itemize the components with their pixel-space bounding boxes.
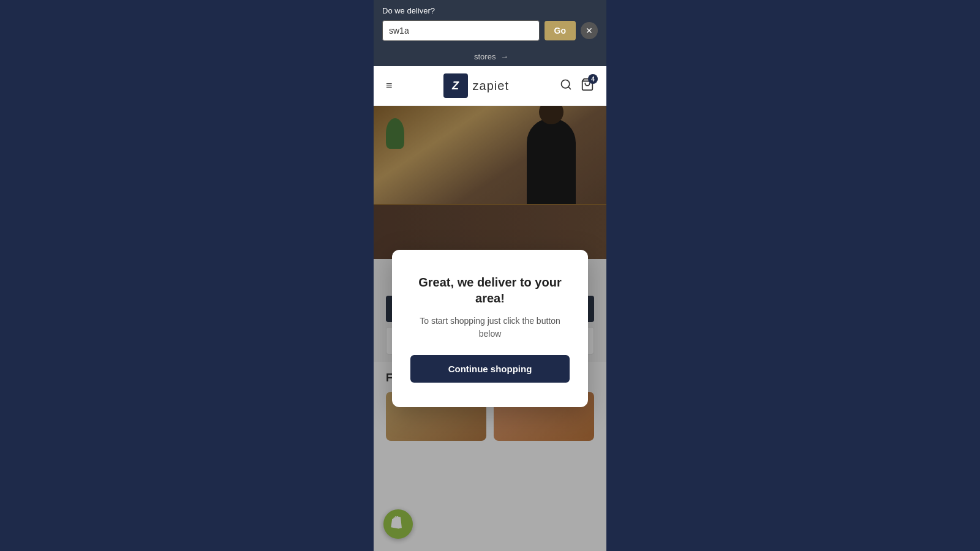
svg-line-1 (568, 86, 571, 89)
modal-title: Great, we deliver to your area! (410, 274, 570, 306)
modal-overlay: Great, we deliver to your area! To start… (374, 106, 606, 551)
close-banner-button[interactable]: ✕ (581, 22, 598, 39)
header-icons: 4 (560, 78, 594, 94)
delivery-input-row: Go ✕ (382, 20, 598, 41)
modal-box: Great, we deliver to your area! To start… (392, 250, 588, 407)
continue-shopping-button[interactable]: Continue shopping (410, 355, 570, 383)
go-button[interactable]: Go (545, 21, 576, 40)
delivery-banner: Do we deliver? Go ✕ (374, 0, 606, 47)
logo-area: Z zapiet (443, 73, 509, 98)
logo-letter: Z (452, 80, 459, 92)
logo-name: zapiet (473, 79, 509, 93)
delivery-question: Do we deliver? (382, 6, 598, 15)
delivery-input[interactable] (382, 20, 540, 41)
stores-link-bar[interactable]: stores → (374, 47, 606, 66)
stores-label: stores (474, 52, 496, 61)
site-header: ≡ Z zapiet 4 (374, 66, 606, 106)
close-icon: ✕ (586, 26, 593, 36)
hamburger-icon[interactable]: ≡ (386, 80, 393, 92)
search-icon[interactable] (560, 78, 572, 94)
cart-button[interactable]: 4 (581, 78, 594, 94)
logo-box: Z (443, 73, 468, 98)
modal-subtitle: To start shopping just click the button … (410, 315, 570, 340)
phone-frame: Do we deliver? Go ✕ stores → ≡ Z zapiet (374, 0, 606, 551)
stores-arrow: → (500, 52, 508, 61)
cart-badge: 4 (588, 74, 598, 84)
